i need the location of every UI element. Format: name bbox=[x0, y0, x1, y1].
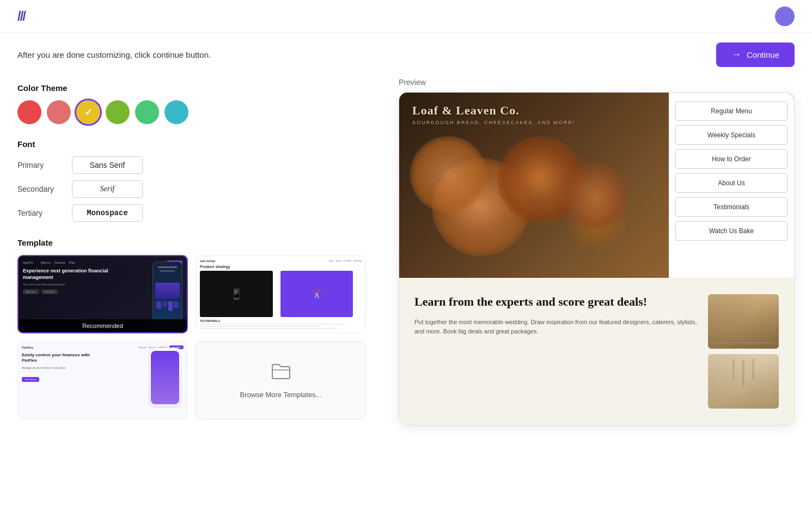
header: /// bbox=[0, 0, 812, 33]
right-panel: Preview Loaf & Leaven Co. SOURDOUGH BREA… bbox=[388, 78, 795, 425]
font-badge-secondary[interactable]: Serif bbox=[72, 180, 143, 198]
top-bar: After you are done customizing, click co… bbox=[0, 33, 812, 72]
check-icon: ✓ bbox=[76, 100, 100, 124]
preview-card: Loaf & Leaven Co. SOURDOUGH BREAD, CHEES… bbox=[399, 92, 795, 425]
folder-icon bbox=[270, 362, 292, 385]
preview-top-section: Loaf & Leaven Co. SOURDOUGH BREAD, CHEES… bbox=[399, 93, 794, 278]
continue-label: Continue bbox=[747, 50, 779, 59]
swatch-green[interactable] bbox=[106, 100, 130, 124]
continue-button[interactable]: → Continue bbox=[716, 42, 795, 67]
template-grid: AppFin Menu1 Feature Play Unlimited Expe… bbox=[17, 255, 366, 419]
template-section: Template AppFin Menu1 Feature Play Unlim… bbox=[17, 238, 366, 419]
menu-item-how-to-order[interactable]: How to Order bbox=[675, 149, 787, 169]
font-label-primary: Primary bbox=[17, 161, 72, 169]
swatch-pink-red[interactable] bbox=[47, 100, 71, 124]
template-card-browse[interactable]: Browse More Templates... bbox=[196, 341, 366, 419]
preview-image-candelabra bbox=[708, 354, 779, 409]
logo-icon: /// bbox=[17, 9, 25, 24]
template-card-design-agency[interactable]: saas design main about Portfolio Strateg… bbox=[196, 255, 366, 333]
browse-label: Browse More Templates... bbox=[240, 391, 321, 399]
font-label-tertiary: Tertiary bbox=[17, 209, 72, 217]
menu-item-testimonials[interactable]: Testimonials bbox=[675, 197, 787, 217]
main-layout: Color Theme ✓ Font Primary Sans Serif Se… bbox=[0, 78, 812, 425]
font-section: Font Primary Sans Serif Secondary Serif … bbox=[17, 139, 366, 222]
color-theme-title: Color Theme bbox=[17, 83, 366, 93]
font-row-secondary: Secondary Serif bbox=[17, 180, 366, 198]
recommended-badge: Recommended bbox=[19, 319, 187, 332]
preview-bottom-text: Learn from the experts and score great d… bbox=[414, 294, 697, 337]
template-card-finflex[interactable]: FinFlex Resume Browse LAUNCH Try it Now … bbox=[17, 341, 188, 419]
preview-bottom-images bbox=[708, 294, 779, 409]
instruction-text: After you are done customizing, click co… bbox=[17, 50, 211, 59]
preview-bakery-header: Loaf & Leaven Co. SOURDOUGH BREAD, CHEES… bbox=[412, 104, 575, 125]
preview-bottom-body: Put together the most memorable wedding.… bbox=[414, 318, 697, 337]
font-label-secondary: Secondary bbox=[17, 185, 72, 193]
menu-item-regular[interactable]: Regular Menu bbox=[675, 101, 787, 121]
left-panel: Color Theme ✓ Font Primary Sans Serif Se… bbox=[17, 78, 388, 425]
swatch-mint[interactable] bbox=[135, 100, 159, 124]
menu-item-about[interactable]: About Us bbox=[675, 173, 787, 193]
preview-bottom-section: Learn from the experts and score great d… bbox=[399, 278, 794, 425]
swatch-yellow[interactable]: ✓ bbox=[76, 100, 100, 124]
template-section-title: Template bbox=[17, 238, 366, 247]
menu-item-weekly[interactable]: Weekly Specials bbox=[675, 125, 787, 145]
preview-bottom-heading: Learn from the experts and score great d… bbox=[414, 294, 697, 310]
bakery-name: Loaf & Leaven Co. bbox=[412, 104, 575, 118]
color-swatches: ✓ bbox=[17, 100, 366, 124]
template-card-appfin[interactable]: AppFin Menu1 Feature Play Unlimited Expe… bbox=[17, 255, 188, 333]
font-row-primary: Primary Sans Serif bbox=[17, 156, 366, 174]
font-badge-primary[interactable]: Sans Serif bbox=[72, 156, 143, 174]
font-badge-tertiary[interactable]: Monospace bbox=[72, 204, 143, 222]
swatch-red[interactable] bbox=[17, 100, 41, 124]
preview-menu-box: Regular Menu Weekly Specials How to Orde… bbox=[669, 93, 794, 278]
menu-item-watch[interactable]: Watch Us Bake bbox=[675, 221, 787, 241]
bakery-subtitle: SOURDOUGH BREAD, CHEESECAKES, AND MORE! bbox=[412, 120, 575, 125]
preview-label: Preview bbox=[399, 78, 795, 87]
arrow-icon: → bbox=[731, 49, 741, 60]
user-avatar[interactable] bbox=[775, 7, 795, 26]
preview-image-wedding-table bbox=[708, 294, 779, 349]
font-section-title: Font bbox=[17, 139, 366, 149]
font-row-tertiary: Tertiary Monospace bbox=[17, 204, 366, 222]
swatch-teal[interactable] bbox=[164, 100, 188, 124]
